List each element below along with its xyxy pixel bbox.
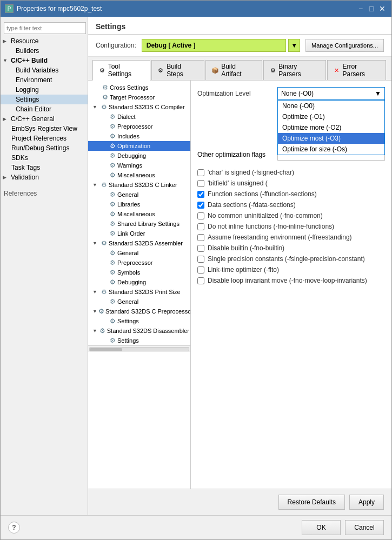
help-button[interactable]: ? (8, 522, 20, 534)
function-sections-checkbox[interactable] (197, 191, 204, 198)
optimization-dropdown-button[interactable]: None (-O0) ▼ (277, 87, 385, 100)
sidebar-item-project-references[interactable]: Project References (1, 134, 88, 143)
tab-error-parsers[interactable]: ✕ Error Parsers (327, 60, 386, 80)
tree-item-linker-general[interactable]: ⚙ General (88, 190, 190, 199)
manage-configurations-button[interactable]: Manage Configurations... (305, 39, 384, 52)
content-tree: ⚙ Cross Settings ⚙ Target Processor ▼ (88, 81, 191, 489)
no-builtin-checkbox[interactable] (197, 245, 204, 252)
tree-item-symbols[interactable]: ⚙ Symbols (88, 268, 190, 277)
no-inline-label: Do not inline functions (-fno-inline-fun… (208, 223, 334, 230)
horizontal-scrollbar[interactable] (88, 345, 190, 352)
tree-item-warnings[interactable]: ⚙ Warnings (88, 161, 190, 170)
tree-item-preprocessor[interactable]: ⚙ Preprocessor (88, 122, 190, 131)
opt-option-none[interactable]: None (-O0) (278, 101, 384, 111)
tree-item-asm-general[interactable]: ⚙ General (88, 248, 190, 258)
flto-checkbox[interactable] (197, 266, 204, 274)
tree-item-label: Miscellaneous (117, 211, 155, 217)
sidebar-item-label: Logging (16, 86, 39, 94)
sidebar-item-validation[interactable]: ▶ Validation (1, 172, 88, 182)
tab-label: Error Parsers (343, 63, 380, 78)
freestanding-checkbox[interactable] (197, 234, 204, 241)
content-area: ⚙ Cross Settings ⚙ Target Processor ▼ (88, 81, 391, 489)
tree-item-disassembler[interactable]: ▼ ⚙ Standard S32DS Disassembler (88, 326, 190, 336)
config-dropdown-arrow[interactable]: ▼ (288, 39, 300, 52)
ok-button[interactable]: OK (302, 520, 341, 535)
tree-item-target-processor[interactable]: ⚙ Target Processor (88, 92, 190, 102)
tree-item-assembler[interactable]: ▼ ⚙ Standard S32DS Assembler (88, 238, 190, 248)
sidebar-item-tool-chain-editor[interactable]: Chain Editor (1, 104, 88, 114)
sidebar-item-settings[interactable]: Settings (1, 95, 88, 104)
tree-item-label: Optimization (117, 143, 150, 149)
sidebar-item-task-tags[interactable]: Task Tags (1, 163, 88, 172)
sidebar-item-cpp-build[interactable]: ▼ C/C++ Build (1, 56, 88, 65)
apply-button[interactable]: Apply (349, 495, 384, 510)
tab-tool-settings[interactable]: ⚙ Tool Settings (92, 60, 150, 81)
sidebar-item-label: Builders (16, 47, 39, 55)
gear-icon: ⚙ (109, 269, 116, 276)
tree-item-libraries[interactable]: ⚙ Libraries (88, 199, 190, 209)
gear-icon: ⚙ (100, 103, 108, 111)
tree-item-asm-preprocessor[interactable]: ⚙ Preprocessor (88, 258, 190, 268)
sidebar-item-sdks[interactable]: SDKs (1, 153, 88, 163)
restore-defaults-button[interactable]: Restore Defaults (278, 495, 345, 510)
sidebar-item-resource[interactable]: ▶ Resource (1, 36, 88, 46)
opt-option-os[interactable]: Optimize for size (-Os) (278, 144, 384, 155)
sidebar-item-builders[interactable]: Builders (1, 46, 88, 56)
config-value[interactable]: Debug [ Active ] (142, 39, 286, 52)
tree-item-optimization[interactable]: ⚙ Optimization (88, 141, 190, 151)
checkbox-no-builtin: Disable builtin (-fno-builtin) (197, 244, 385, 252)
close-button[interactable]: ✕ (377, 4, 387, 14)
title-bar-left: P Properties for mpc5602p_test (5, 4, 102, 13)
tree-item-print-size[interactable]: ▼ ⚙ Standard S32DS Print Size (88, 287, 190, 297)
sidebar-item-embsys[interactable]: EmbSys Register View (1, 124, 88, 134)
tree-item-cpp-settings[interactable]: ⚙ Settings (88, 316, 190, 326)
tree-item-cross-settings[interactable]: ⚙ Cross Settings (88, 83, 190, 92)
opt-option-o1[interactable]: Optimize (-O1) (278, 111, 384, 122)
no-inline-checkbox[interactable] (197, 223, 204, 230)
char-signed-checkbox[interactable] (197, 169, 204, 176)
tree-item-dis-settings[interactable]: ⚙ Settings (88, 336, 190, 345)
maximize-button[interactable]: □ (367, 4, 376, 14)
tree-item-c-linker[interactable]: ▼ ⚙ Standard S32DS C Linker (88, 180, 190, 190)
minimize-button[interactable]: − (356, 4, 366, 14)
checkbox-flto: Link-time optimizer (-flto) (197, 265, 385, 274)
no-common-checkbox[interactable] (197, 212, 204, 219)
tree-item-c-preprocessor[interactable]: ▼ ⚙ Standard S32DS C Preprocessor (88, 306, 190, 316)
gear-icon: ⚙ (109, 191, 116, 198)
tab-label: Build Steps (167, 63, 198, 78)
sidebar-item-label: Settings (16, 96, 39, 103)
tree-item-miscellaneous[interactable]: ⚙ Miscellaneous (88, 170, 190, 180)
bitfield-unsigned-checkbox[interactable] (197, 180, 204, 187)
tree-item-asm-debugging[interactable]: ⚙ Debugging (88, 277, 190, 287)
tree-item-label: Libraries (117, 201, 140, 208)
tree-item-ps-general[interactable]: ⚙ General (88, 297, 190, 306)
tree-item-shared-lib[interactable]: ⚙ Shared Library Settings (88, 219, 190, 229)
tab-build-steps[interactable]: ⚙ Build Steps (151, 60, 205, 80)
tab-binary-parsers[interactable]: ⚙ Binary Parsers (263, 60, 326, 80)
tree-item-includes[interactable]: ⚙ Includes (88, 131, 190, 141)
cancel-button[interactable]: Cancel (345, 520, 384, 535)
sidebar-item-logging[interactable]: Logging (1, 85, 88, 95)
sidebar-item-build-variables[interactable]: Build Variables (1, 65, 88, 75)
scrollbar-track (89, 347, 189, 351)
opt-option-o3[interactable]: Optimize most (-O3) (278, 133, 384, 144)
tree-item-label: Includes (117, 133, 139, 139)
no-loop-invariant-checkbox[interactable] (197, 277, 204, 284)
tree-item-linker-misc[interactable]: ⚙ Miscellaneous (88, 209, 190, 219)
tree-item-dialect[interactable]: ⚙ Dialect (88, 112, 190, 122)
tree-item-debugging[interactable]: ⚙ Debugging (88, 151, 190, 161)
opt-option-o2[interactable]: Optimize more (-O2) (278, 122, 384, 133)
sidebar-item-run-debug[interactable]: Run/Debug Settings (1, 143, 88, 153)
data-sections-checkbox[interactable] (197, 202, 204, 209)
single-precision-checkbox[interactable] (197, 256, 204, 263)
tree-item-link-order[interactable]: ⚙ Link Order (88, 229, 190, 238)
sidebar-item-cpp-general[interactable]: ▶ C/C++ General (1, 114, 88, 124)
sidebar-item-label: Project References (9, 135, 67, 142)
sidebar-item-label: Run/Debug Settings (9, 144, 69, 152)
expand-arrow: ▶ (3, 116, 8, 122)
gear-icon: ⚙ (101, 94, 109, 101)
tab-build-artifact[interactable]: 📦 Build Artifact (205, 60, 262, 80)
sidebar-item-environment[interactable]: Environment (1, 75, 88, 85)
tree-item-c-compiler[interactable]: ▼ ⚙ Standard S32DS C Compiler (88, 102, 190, 112)
filter-input[interactable] (4, 22, 86, 34)
